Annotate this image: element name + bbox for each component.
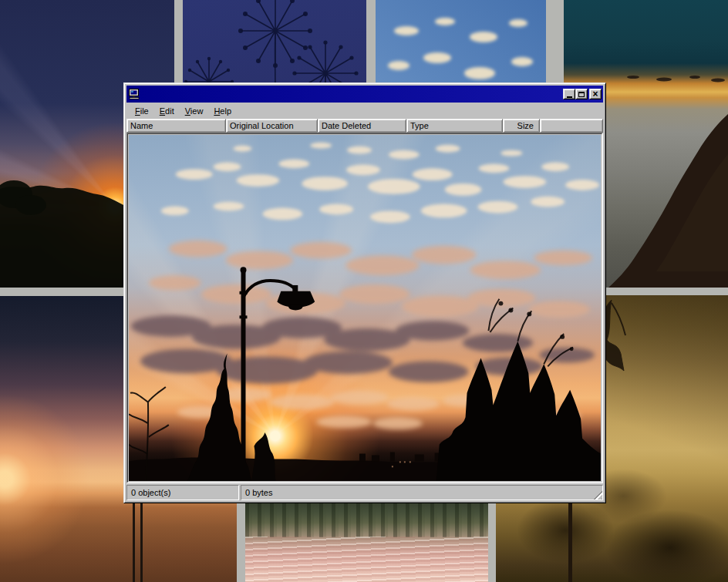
menu-file[interactable]: File (130, 105, 154, 117)
window-controls: × (563, 89, 602, 99)
titlebar[interactable]: × (126, 86, 603, 103)
upper-clouds (161, 143, 599, 223)
column-header-type[interactable]: Type (406, 119, 503, 133)
column-header-original-location[interactable]: Original Location (226, 119, 318, 133)
minimize-icon (567, 96, 572, 98)
recycle-bin-window: × File Edit View Help Name Original Loca… (123, 82, 606, 503)
close-icon: × (592, 90, 598, 98)
maximize-button[interactable] (575, 89, 588, 99)
minimize-button[interactable] (563, 89, 575, 99)
column-header-blank[interactable] (540, 119, 603, 133)
column-header-size[interactable]: Size (503, 119, 540, 133)
maximize-icon (578, 92, 585, 97)
status-bytes: 0 bytes (241, 485, 603, 500)
computer-window-icon (128, 88, 140, 100)
mid-clouds (149, 241, 592, 318)
menu-bar: File Edit View Help (126, 103, 603, 119)
file-list-area[interactable] (126, 133, 603, 483)
tree-reflection-streaks (245, 500, 488, 537)
wallpaper-photo-bottom-middle (245, 500, 488, 582)
wallpaper-photo-main-sunset (129, 135, 601, 481)
status-objects: 0 object(s) (126, 485, 239, 500)
column-header-name[interactable]: Name (126, 119, 226, 133)
column-header-date-deleted[interactable]: Date Deleted (318, 119, 406, 133)
status-bar: 0 object(s) 0 bytes (126, 485, 603, 500)
water-ripples (245, 537, 488, 582)
menu-help[interactable]: Help (208, 105, 237, 117)
pole-silhouette (133, 493, 135, 582)
file-list-inner (127, 133, 602, 483)
bush-silhouette (251, 432, 275, 481)
desktop: × File Edit View Help Name Original Loca… (0, 0, 728, 582)
pole-silhouette (140, 495, 143, 582)
menu-view[interactable]: View (180, 105, 209, 117)
column-headers: Name Original Location Date Deleted Type… (126, 119, 603, 133)
close-button[interactable]: × (589, 89, 602, 99)
menu-edit[interactable]: Edit (154, 105, 180, 117)
